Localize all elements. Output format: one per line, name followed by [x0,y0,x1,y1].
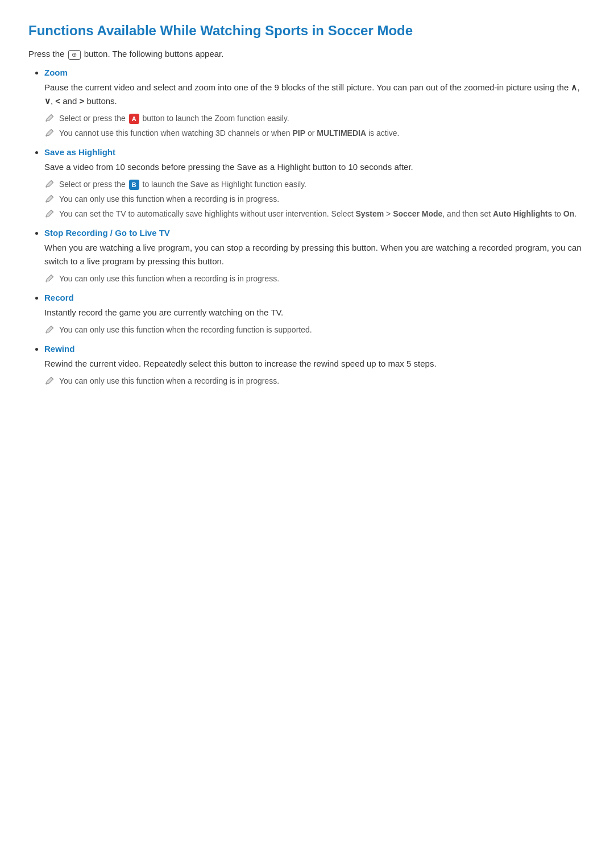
on-label: On [563,209,574,218]
feature-body-zoom: Pause the current video and select and z… [44,81,586,108]
list-item-record: Record Instantly record the game you are… [44,293,586,336]
page-title: Functions Available While Watching Sport… [28,23,586,39]
pencil-icon-2 [44,128,55,138]
multimedia-label: MULTIMEDIA [317,128,366,138]
rewind-notes: You can only use this function when a re… [44,375,586,387]
highlight-note-3: You can set the TV to automatically save… [44,208,586,220]
a-button-badge: A [129,114,139,124]
pencil-icon-4 [44,194,55,204]
list-item-rewind: Rewind Rewind the current video. Repeate… [44,344,586,387]
system-label: System [355,209,384,218]
auto-highlights-label: Auto Highlights [493,209,552,218]
highlight-note-2-text: You can only use this function when a re… [59,193,279,205]
feature-body-save-highlight: Save a video from 10 seconds before pres… [44,160,586,174]
pencil-icon-8 [44,376,55,386]
soccer-mode-label: Soccer Mode [393,209,442,218]
record-notes: You can only use this function when the … [44,324,586,336]
stop-recording-notes: You can only use this function when a re… [44,273,586,285]
pencil-icon-3 [44,179,55,189]
zoom-notes: Select or press the A button to launch t… [44,113,586,139]
rewind-note-1: You can only use this function when a re… [44,375,586,387]
stop-recording-note-1-text: You can only use this function when a re… [59,273,279,285]
chevron-left: < [55,96,60,106]
highlight-note-2: You can only use this function when a re… [44,193,586,205]
zoom-note-2-text: You cannot use this function when watchi… [59,127,399,139]
chevron-right: > [79,96,84,106]
pencil-icon-6 [44,273,55,284]
feature-body-stop-recording: When you are watching a live program, yo… [44,241,586,268]
list-item-save-highlight: Save as Highlight Save a video from 10 s… [44,147,586,220]
feature-title-stop-recording: Stop Recording / Go to Live TV [44,228,170,238]
pencil-icon-5 [44,209,55,219]
chevron-up: ∧ [571,82,577,92]
highlight-note-1: Select or press the B to launch the Save… [44,178,586,190]
intro-suffix: button. The following buttons appear. [84,49,224,59]
intro-paragraph: Press the button. The following buttons … [28,49,586,60]
list-item-stop-recording: Stop Recording / Go to Live TV When you … [44,228,586,285]
list-item-zoom: Zoom Pause the current video and select … [44,68,586,139]
feature-body-rewind: Rewind the current video. Repeatedly sel… [44,357,586,371]
record-note-1-text: You can only use this function when the … [59,324,312,336]
pencil-icon-7 [44,325,55,335]
highlight-note-1-text: Select or press the B to launch the Save… [59,178,306,190]
feature-title-zoom: Zoom [44,68,68,77]
feature-title-record: Record [44,293,74,302]
highlight-notes: Select or press the B to launch the Save… [44,178,586,220]
rewind-note-1-text: You can only use this function when a re… [59,375,279,387]
intro-text: Press the [28,49,64,59]
b-button-badge: B [129,180,139,190]
stop-recording-note-1: You can only use this function when a re… [44,273,586,285]
zoom-note-1-text: Select or press the A button to launch t… [59,113,289,124]
record-note-1: You can only use this function when the … [44,324,586,336]
feature-title-rewind: Rewind [44,344,74,354]
highlight-note-3-text: You can set the TV to automatically save… [59,208,576,220]
zoom-note-2: You cannot use this function when watchi… [44,127,586,139]
pencil-icon-1 [44,113,55,123]
tool-button-icon [68,50,81,60]
pip-label: PIP [292,128,305,138]
features-list: Zoom Pause the current video and select … [28,68,586,387]
zoom-note-1: Select or press the A button to launch t… [44,113,586,124]
feature-body-record: Instantly record the game you are curren… [44,306,586,319]
and-text: and [63,96,77,106]
chevron-down: ∨ [44,96,51,106]
feature-title-save-highlight: Save as Highlight [44,147,115,157]
